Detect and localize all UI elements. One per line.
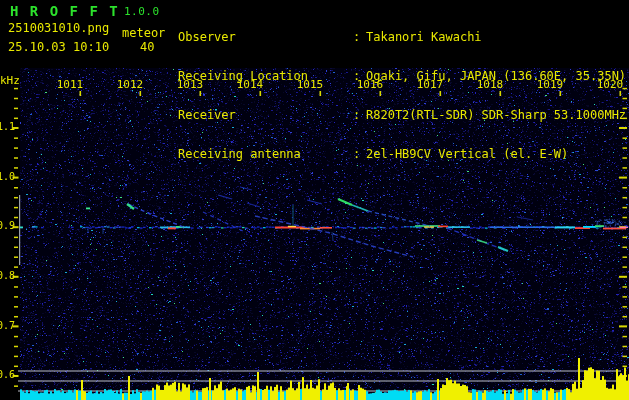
app-title: H R O F F T: [10, 3, 119, 19]
observer-value: Takanori Kawachi: [366, 30, 482, 44]
mode-label: meteor: [122, 26, 165, 40]
info-row-observer: Observer:Takanori Kawachi: [178, 31, 626, 44]
receiver-value: R820T2(RTL-SDR) SDR-Sharp 53.1000MHz: [366, 108, 626, 122]
colon-separator: :: [353, 148, 366, 161]
x-axis-tick-label: 1017: [410, 78, 450, 91]
antenna-value: 2el-HB9CV Vertical (el. E-W): [366, 147, 568, 161]
y-axis-tick-label: 0.9: [0, 220, 15, 231]
x-axis-tick-label: 1016: [350, 78, 390, 91]
output-filename: 2510031010.png: [8, 21, 109, 35]
hrofft-output-image: H R O F F T 1.0.0 2510031010.png meteor …: [0, 0, 629, 400]
echo-count: 40: [140, 40, 154, 54]
x-axis-tick-label: 1011: [50, 78, 90, 91]
x-axis-tick-label: 1019: [530, 78, 570, 91]
y-axis-tick-label: 1.0: [0, 171, 15, 182]
app-version: 1.0.0: [124, 5, 160, 18]
x-axis-tick-label: 1012: [110, 78, 150, 91]
y-axis-unit-label: kHz: [0, 74, 20, 87]
colon-separator: :: [353, 109, 366, 122]
y-axis-tick-label: 0.8: [0, 270, 15, 281]
x-axis-tick-label: 1013: [170, 78, 210, 91]
y-axis-tick-label: 0.7: [0, 320, 15, 331]
timestamp: 25.10.03 10:10: [8, 40, 109, 54]
x-axis-tick-label: 1018: [470, 78, 510, 91]
x-axis-tick-label: 1015: [290, 78, 330, 91]
info-row-antenna: Receiving antenna:2el-HB9CV Vertical (el…: [178, 148, 626, 161]
info-row-receiver: Receiver:R820T2(RTL-SDR) SDR-Sharp 53.10…: [178, 109, 626, 122]
station-info: Observer:Takanori Kawachi Receiving Loca…: [178, 5, 626, 187]
x-axis-tick-label: 1020: [590, 78, 629, 91]
y-axis-tick-label: 1.1: [0, 121, 15, 132]
x-axis-tick-label: 1014: [230, 78, 270, 91]
colon-separator: :: [353, 31, 366, 44]
y-axis-tick-label: 0.6: [0, 369, 15, 380]
